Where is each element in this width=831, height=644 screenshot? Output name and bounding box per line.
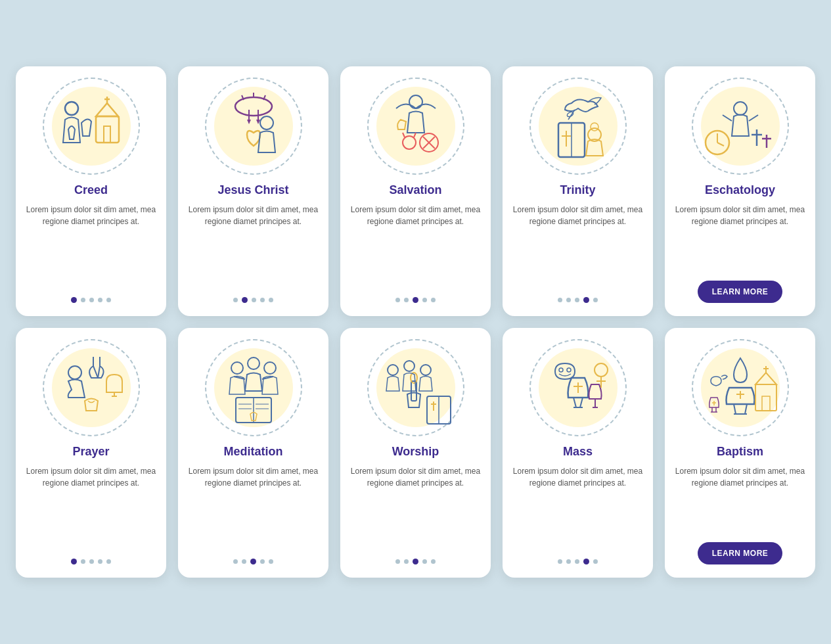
dot-5 bbox=[269, 559, 273, 564]
card-meditation: Meditation Lorem ipsum dolor sit dim ame… bbox=[178, 328, 328, 578]
salvation-body: Lorem ipsum dolor sit dim amet, mea regi… bbox=[349, 204, 482, 288]
worship-dots bbox=[395, 559, 436, 564]
svg-line-17 bbox=[403, 133, 405, 137]
svg-point-74 bbox=[595, 363, 608, 377]
dot-3 bbox=[89, 559, 94, 564]
baptism-learn-more-button[interactable]: LEARN MORE bbox=[698, 542, 783, 564]
card-baptism: Baptism Lorem ipsum dolor sit dim amet, … bbox=[665, 328, 815, 578]
svg-point-5 bbox=[65, 102, 78, 115]
trinity-body: Lorem ipsum dolor sit dim amet, mea regi… bbox=[512, 204, 644, 288]
svg-point-58 bbox=[388, 365, 398, 375]
mass-illustration bbox=[529, 338, 627, 437]
jesus-christ-title: Jesus Christ bbox=[217, 183, 288, 197]
creed-footer bbox=[25, 288, 157, 303]
meditation-illustration bbox=[204, 338, 303, 437]
svg-line-31 bbox=[723, 115, 732, 121]
eschatology-footer: LEARN MORE bbox=[674, 271, 806, 303]
svg-point-30 bbox=[734, 102, 747, 115]
mass-footer bbox=[512, 549, 644, 564]
creed-icon bbox=[49, 83, 134, 169]
trinity-footer bbox=[512, 288, 644, 303]
salvation-title: Salvation bbox=[389, 183, 441, 197]
dot-2 bbox=[404, 298, 409, 302]
dot-4 bbox=[260, 298, 265, 302]
dot-3 bbox=[575, 559, 579, 564]
dot-2 bbox=[566, 298, 571, 302]
mass-dots bbox=[558, 559, 598, 564]
svg-point-47 bbox=[264, 362, 276, 374]
dot-3 bbox=[575, 298, 579, 302]
card-jesus-christ: Jesus Christ Lorem ipsum dolor sit dim a… bbox=[178, 66, 328, 316]
dot-1 bbox=[395, 298, 400, 302]
dot-4 bbox=[583, 297, 589, 303]
dot-3 bbox=[89, 298, 94, 302]
eschatology-learn-more-button[interactable]: LEARN MORE bbox=[698, 281, 783, 303]
mass-icon bbox=[535, 345, 621, 430]
salvation-dots bbox=[395, 297, 436, 303]
creed-body: Lorem ipsum dolor sit dim amet, mea regi… bbox=[25, 204, 157, 288]
dot-2 bbox=[566, 559, 571, 564]
prayer-title: Prayer bbox=[72, 445, 109, 459]
mass-body: Lorem ipsum dolor sit dim amet, mea regi… bbox=[512, 465, 644, 549]
dot-1 bbox=[558, 298, 562, 302]
jesus-christ-footer bbox=[187, 288, 319, 303]
dot-3 bbox=[252, 298, 256, 302]
jesus-christ-illustration bbox=[204, 77, 303, 175]
dot-5 bbox=[593, 559, 598, 564]
svg-line-78 bbox=[745, 404, 747, 414]
svg-marker-1 bbox=[96, 103, 118, 116]
meditation-body: Lorem ipsum dolor sit dim amet, mea regi… bbox=[187, 465, 319, 549]
svg-point-6 bbox=[235, 97, 272, 116]
dot-4 bbox=[583, 559, 589, 564]
svg-line-32 bbox=[749, 115, 758, 121]
jesus-christ-body: Lorem ipsum dolor sit dim amet, mea regi… bbox=[187, 204, 319, 288]
trinity-dots bbox=[558, 297, 598, 303]
dot-2 bbox=[81, 298, 85, 302]
svg-line-66 bbox=[580, 398, 583, 407]
dot-1 bbox=[233, 559, 238, 564]
dot-4 bbox=[98, 298, 102, 302]
dot-5 bbox=[106, 559, 111, 564]
dot-3 bbox=[413, 559, 418, 564]
dot-1 bbox=[71, 297, 77, 303]
dot-2 bbox=[242, 559, 246, 564]
svg-line-18 bbox=[414, 133, 416, 137]
svg-point-59 bbox=[404, 361, 415, 371]
card-salvation: Salvation Lorem ipsum dolor sit dim amet… bbox=[340, 66, 491, 316]
baptism-footer: LEARN MORE bbox=[674, 533, 806, 564]
worship-footer bbox=[349, 549, 482, 564]
meditation-icon bbox=[211, 345, 296, 430]
svg-line-35 bbox=[717, 143, 724, 146]
dot-1 bbox=[233, 298, 238, 302]
svg-rect-4 bbox=[104, 126, 110, 143]
dot-2 bbox=[81, 559, 85, 564]
card-creed: Creed Lorem ipsum dolor sit dim amet, me… bbox=[16, 66, 166, 316]
dot-3 bbox=[413, 297, 418, 303]
svg-marker-11 bbox=[247, 120, 251, 124]
prayer-footer bbox=[25, 549, 157, 564]
prayer-illustration bbox=[42, 338, 141, 437]
dot-1 bbox=[71, 559, 77, 564]
baptism-icon bbox=[698, 345, 783, 430]
svg-line-77 bbox=[734, 404, 736, 414]
dot-4 bbox=[422, 559, 427, 564]
svg-point-29 bbox=[591, 123, 598, 131]
baptism-body: Lorem ipsum dolor sit dim amet, mea regi… bbox=[674, 465, 806, 533]
meditation-dots bbox=[233, 559, 273, 564]
card-mass: Mass Lorem ipsum dolor sit dim amet, mea… bbox=[503, 328, 653, 578]
salvation-footer bbox=[349, 288, 482, 303]
dot-4 bbox=[422, 298, 427, 302]
svg-point-46 bbox=[248, 357, 259, 369]
dot-4 bbox=[98, 559, 102, 564]
dot-5 bbox=[106, 298, 111, 302]
svg-line-65 bbox=[573, 398, 576, 407]
jesus-christ-dots bbox=[233, 297, 273, 303]
baptism-illustration bbox=[691, 338, 790, 437]
svg-rect-0 bbox=[96, 116, 119, 143]
svg-point-15 bbox=[409, 95, 422, 108]
dot-3 bbox=[250, 559, 256, 564]
salvation-icon bbox=[373, 83, 459, 169]
svg-marker-83 bbox=[755, 373, 776, 384]
svg-point-14 bbox=[260, 116, 273, 129]
prayer-body: Lorem ipsum dolor sit dim amet, mea regi… bbox=[25, 465, 157, 549]
